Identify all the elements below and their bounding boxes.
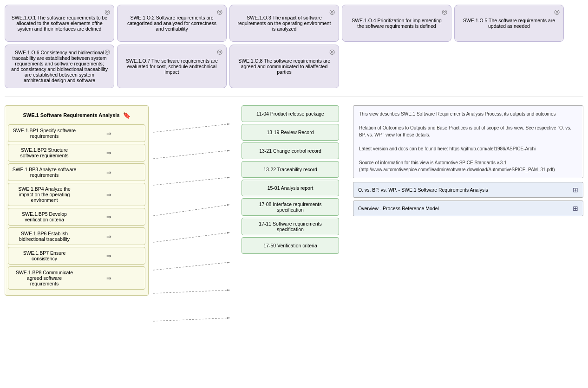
wp-item-WP2: 13-19 Review Record [242,124,339,141]
svg-line-6 [153,262,230,270]
outcome-text-O2: SWE.1.O.2 Software requirements are cate… [123,15,221,32]
wp-label-WP7: 17-11 Software requirements specificatio… [247,221,334,232]
svg-line-1 [153,124,230,132]
outcome-text-O8: SWE.1.O.8 The software requirements are … [235,58,333,75]
arrow-icon-BP4: ⇒ [77,191,141,198]
wp-item-WP3: 13-21 Change control record [242,142,339,159]
bp-item-BP6: SWE.1.BP6 Establish bidirectional tracea… [8,227,145,245]
svg-line-2 [153,150,230,159]
grid-icon-L2: ⊞ [573,205,578,212]
bp-label-BP8: SWE.1.BP8 Communicate agreed software re… [12,270,77,286]
info-link-label-L2: Overview - Process Reference Model [358,206,439,211]
bp-item-BP7: SWE.1.BP7 Ensure consistency⇒ [8,247,145,265]
arrow-icon-BP7: ⇒ [77,252,141,259]
info-link-label-L1: O. vs. BP. vs. WP. - SWE.1 Software Requ… [358,187,488,193]
bp-item-BP2: SWE.1.BP2 Structure software requirement… [8,144,145,162]
wp-item-WP5: 15-01 Analysis report [242,180,339,196]
bp-label-BP3: SWE.1.BP3 Analyze software requirements [12,167,77,178]
svg-line-5 [153,233,230,242]
outcome-text-O5: SWE.1.O.5 The software requirements are … [460,18,558,29]
wp-label-WP8: 17-50 Verification criteria [263,243,317,248]
wp-label-WP1: 11-04 Product release package [256,111,324,116]
process-box: SWE.1 Software Requirements Analysis 🔖 S… [5,105,149,296]
arrow-icon-BP8: ⇒ [77,275,141,282]
outcome-card-O1: ◎SWE.1.O.1 The software requirements to … [5,5,114,42]
wp-label-WP5: 15-01 Analysis report [268,185,314,191]
wp-item-WP8: 17-50 Verification criteria [242,237,339,254]
outcome-text-O1: SWE.1.O.1 The software requirements to b… [11,15,108,32]
bookmark-icon: 🔖 [123,111,131,119]
info-panel: This view describes SWE.1 Software Requi… [353,105,583,296]
target-icon-O8: ◎ [329,48,335,55]
target-icon-O4: ◎ [442,8,447,15]
info-link-L1[interactable]: O. vs. BP. vs. WP. - SWE.1 Software Requ… [353,182,583,198]
outcomes-section: ◎SWE.1.O.1 The software requirements to … [0,0,588,93]
bp-item-BP8: SWE.1.BP8 Communicate agreed software re… [8,266,145,290]
grid-icon-L1: ⊞ [573,186,578,194]
wp-label-WP6: 17-08 Interface requirements specificati… [247,201,334,213]
bp-label-BP1: SWE.1.BP1 Specify software requirements [12,128,77,139]
outcome-card-O5: ◎SWE.1.O.5 The software requirements are… [454,5,564,42]
info-link-L2[interactable]: Overview - Process Reference Model⊞ [353,200,583,216]
arrow-icon-BP6: ⇒ [77,233,141,240]
info-description: This view describes SWE.1 Software Requi… [353,105,583,178]
target-icon-O5: ◎ [554,8,560,15]
outcome-text-O7: SWE.1.O.7 The software requirements are … [123,58,221,75]
wp-item-WP7: 17-11 Software requirements specificatio… [242,218,339,235]
arrow-icon-BP2: ⇒ [77,149,141,156]
process-title: SWE.1 Software Requirements Analysis 🔖 [8,110,145,123]
process-title-text: SWE.1 Software Requirements Analysis [23,112,119,118]
outcome-card-O2: ◎SWE.1.O.2 Software requirements are cat… [117,5,227,42]
bp-label-BP2: SWE.1.BP2 Structure software requirement… [12,147,77,158]
target-icon-O3: ◎ [329,8,335,15]
bp-label-BP4: SWE.1.BP4 Analyze the impact on the oper… [12,186,77,203]
wp-item-WP4: 13-22 Traceability record [242,161,339,178]
target-icon-O6: ◎ [105,48,110,55]
svg-line-4 [153,205,230,216]
outcome-text-O4: SWE.1.O.4 Prioritization for implementin… [348,18,445,29]
wp-item-WP1: 11-04 Product release package [242,105,339,122]
outcome-card-O3: ◎SWE.1.O.3 The impact of software requir… [229,5,339,42]
diagram-section: SWE.1 Software Requirements Analysis 🔖 S… [0,101,588,300]
outcome-text-O3: SWE.1.O.3 The impact of software require… [235,15,333,32]
target-icon-O2: ◎ [217,8,222,15]
connector-area [153,105,237,296]
arrow-icon-BP5: ⇒ [77,213,141,220]
connector-svg [153,105,237,365]
svg-line-7 [153,290,230,293]
bp-item-BP4: SWE.1.BP4 Analyze the impact on the oper… [8,183,145,206]
wp-label-WP4: 13-22 Traceability record [263,167,317,172]
bp-label-BP5: SWE.1.BP5 Develop verification criteria [12,211,77,222]
bp-label-BP6: SWE.1.BP6 Establish bidirectional tracea… [12,231,77,242]
arrow-icon-BP1: ⇒ [77,130,141,137]
svg-line-3 [153,177,230,185]
target-icon-O1: ◎ [105,8,110,15]
outcome-card-O6: ◎SWE.1.O.6 Consistency and bidirectional… [5,45,114,88]
wp-label-WP3: 13-21 Change control record [259,148,321,154]
info-links: O. vs. BP. vs. WP. - SWE.1 Software Requ… [353,182,583,216]
bp-item-BP3: SWE.1.BP3 Analyze software requirements⇒ [8,163,145,181]
outcome-text-O6: SWE.1.O.6 Consistency and bidirectional … [11,50,108,83]
bp-item-BP5: SWE.1.BP5 Develop verification criteria⇒ [8,208,145,226]
outcome-card-O8: ◎SWE.1.O.8 The software requirements are… [229,45,339,88]
wp-label-WP2: 13-19 Review Record [267,129,314,135]
outcome-card-O7: ◎SWE.1.O.7 The software requirements are… [117,45,227,88]
svg-line-8 [153,318,230,321]
bp-list: SWE.1.BP1 Specify software requirements⇒… [8,124,145,290]
section-divider [5,97,583,97]
work-products-list: 11-04 Product release package13-19 Revie… [242,105,339,296]
bp-item-BP1: SWE.1.BP1 Specify software requirements⇒ [8,124,145,142]
outcome-card-O4: ◎SWE.1.O.4 Prioritization for implementi… [342,5,451,42]
wp-item-WP6: 17-08 Interface requirements specificati… [242,198,339,216]
arrow-icon-BP3: ⇒ [77,169,141,176]
target-icon-O7: ◎ [217,48,222,55]
bp-label-BP7: SWE.1.BP7 Ensure consistency [12,250,77,261]
